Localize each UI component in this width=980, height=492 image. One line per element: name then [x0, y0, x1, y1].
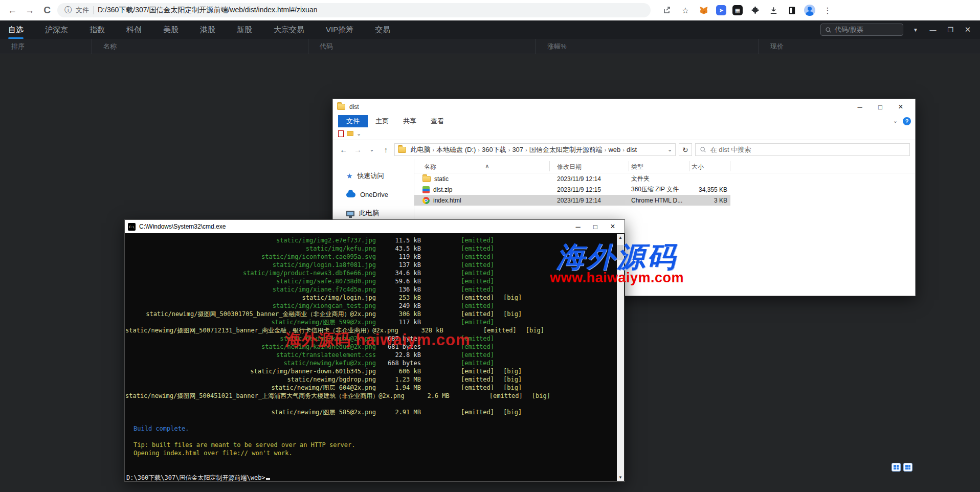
downloads-icon[interactable]: [767, 4, 779, 16]
scrollbar-thumb[interactable]: [617, 245, 623, 260]
cmd-titlebar[interactable]: C:\ C:\Windows\System32\cmd.exe ─ □ ×: [125, 220, 625, 233]
tab-大宗交易[interactable]: 大宗交易: [273, 22, 305, 38]
help-icon[interactable]: ?: [903, 117, 911, 125]
column-separator[interactable]: [730, 161, 730, 171]
console-scrollbar[interactable]: ▲ ▼: [617, 234, 624, 481]
translate-extension-icon[interactable]: ➤: [716, 5, 726, 15]
sidebar-item-label: OneDrive: [360, 191, 388, 198]
stock-search-input[interactable]: 代码/股票: [820, 24, 903, 36]
extensions-puzzle-icon[interactable]: [749, 4, 761, 16]
sidebar-item-此电脑[interactable]: 此电脑: [333, 206, 414, 221]
metamask-icon[interactable]: [698, 4, 710, 16]
table-tool-icon[interactable]: [892, 463, 901, 472]
explorer-search-input[interactable]: 在 dist 中搜索: [695, 143, 910, 156]
refresh-icon[interactable]: ↻: [679, 143, 692, 156]
customize-toolbar-icon[interactable]: ⌄: [357, 130, 361, 137]
reading-mode-icon[interactable]: [786, 4, 798, 16]
list-column-大小[interactable]: 大小: [692, 163, 704, 171]
file-row-index.html[interactable]: index.html2023/11/9 12:14Chrome HTML D..…: [414, 195, 730, 206]
floating-widget: [892, 463, 912, 472]
profile-avatar[interactable]: [804, 5, 815, 16]
console-asset-line: static/img/xiane.f7c4d5a.png 136 kB[emit…: [125, 285, 617, 294]
cmd-close-icon[interactable]: ×: [604, 221, 621, 232]
column-header-现价[interactable]: 现价: [759, 39, 979, 54]
tab-科创[interactable]: 科创: [125, 22, 143, 38]
explorer-close-icon[interactable]: ×: [890, 100, 911, 114]
cmd-maximize-icon[interactable]: □: [587, 221, 604, 232]
tab-指数[interactable]: 指数: [88, 22, 106, 38]
new-folder-icon[interactable]: [347, 131, 353, 136]
file-row-dist.zip[interactable]: dist.zip2023/11/9 12:15360压缩 ZIP 文件34,35…: [414, 184, 915, 195]
tab-VIP抢筹[interactable]: VIP抢筹: [325, 22, 354, 38]
menu-文件[interactable]: 文件: [338, 115, 368, 127]
tab-自选[interactable]: 自选: [7, 22, 25, 38]
forward-icon[interactable]: →: [23, 3, 37, 17]
list-column-类型[interactable]: 类型: [631, 163, 643, 171]
properties-icon[interactable]: [338, 130, 344, 137]
tab-美股[interactable]: 美股: [162, 22, 180, 38]
cmd-minimize-icon[interactable]: ─: [569, 221, 587, 232]
sidebar-item-快速访问[interactable]: ★快速访问: [333, 168, 414, 184]
reload-icon[interactable]: C: [40, 3, 54, 17]
breadcrumb-item[interactable]: 本地磁盘 (D:): [434, 144, 478, 155]
browser-menu-icon[interactable]: ⋮: [821, 4, 834, 16]
scroll-up-icon[interactable]: ▲: [617, 234, 624, 241]
sidebar-item-label: 快速访问: [358, 171, 384, 181]
app-close-icon[interactable]: ✕: [963, 25, 973, 34]
menu-共享[interactable]: 共享: [396, 115, 423, 127]
page-info-icon[interactable]: ⓘ: [64, 6, 72, 15]
breadcrumb-item[interactable]: 307: [510, 145, 525, 154]
explorer-titlebar[interactable]: dist ─ □ ×: [333, 99, 915, 115]
scroll-down-icon[interactable]: ▼: [617, 474, 624, 481]
column-header-排序[interactable]: 排序: [0, 39, 92, 54]
explorer-back-icon[interactable]: ←: [338, 145, 349, 154]
tab-沪深京[interactable]: 沪深京: [44, 22, 69, 38]
column-separator[interactable]: [629, 161, 629, 171]
breadcrumb-item[interactable]: 国信金太阳定制开源前端: [527, 144, 605, 155]
grid-tool-icon[interactable]: [903, 463, 912, 472]
back-icon[interactable]: ←: [5, 3, 19, 17]
explorer-minimize-icon[interactable]: ─: [850, 100, 870, 114]
column-header-代码[interactable]: 代码: [308, 39, 536, 54]
column-header-涨幅%[interactable]: 涨幅%: [536, 39, 759, 54]
breadcrumb-item[interactable]: 360下载: [480, 144, 508, 155]
tab-新股[interactable]: 新股: [236, 22, 253, 38]
list-column-修改日期[interactable]: 修改日期: [557, 163, 582, 171]
menu-查看[interactable]: 查看: [424, 115, 451, 127]
app-restore-icon[interactable]: ❐: [945, 26, 955, 34]
up-folder-icon[interactable]: ↑: [381, 145, 392, 154]
file-name: index.html: [422, 197, 545, 204]
address-bar[interactable]: ⓘ 文件 D:/360下载/307/国信金太阳定制开源前端/web/dist/i…: [57, 3, 651, 17]
tab-交易[interactable]: 交易: [374, 22, 391, 38]
file-row-static[interactable]: static2023/11/9 12:14文件夹: [414, 173, 915, 184]
url-text[interactable]: D:/360下载/307/国信金太阳定制开源前端/web/dist/index.…: [98, 6, 317, 15]
column-header-名称[interactable]: 名称: [92, 39, 308, 54]
file-date: 2023/11/9 12:14: [557, 197, 601, 204]
explorer-menubar: 文件主页共享查看⌄?: [333, 115, 915, 127]
app-minimize-icon[interactable]: —: [928, 26, 938, 34]
share-icon[interactable]: [661, 4, 673, 16]
breadcrumb-item[interactable]: web: [606, 145, 622, 154]
explorer-maximize-icon[interactable]: □: [870, 100, 890, 114]
menu-主页[interactable]: 主页: [369, 115, 395, 127]
sidebar-item-OneDrive[interactable]: OneDrive: [333, 188, 414, 202]
breadcrumb-item[interactable]: dist: [625, 145, 639, 154]
grid-extension-icon[interactable]: ▦: [732, 5, 743, 15]
bookmark-star-icon[interactable]: ☆: [679, 4, 692, 16]
tab-港股[interactable]: 港股: [199, 22, 216, 38]
file-type: 360压缩 ZIP 文件: [631, 185, 679, 194]
address-dropdown-icon[interactable]: ⌄: [667, 146, 672, 153]
explorer-breadcrumb-bar[interactable]: 此电脑›本地磁盘 (D:)›360下载›307›国信金太阳定制开源前端›web›…: [394, 143, 676, 156]
breadcrumb-item[interactable]: 此电脑: [408, 144, 432, 155]
console-asset-line: static/img/login.jpg 253 kB[emitted][big…: [125, 294, 617, 302]
column-separator[interactable]: [549, 161, 550, 171]
dropdown-arrow-icon[interactable]: ▼: [910, 27, 921, 33]
console-asset-line: static/newimg/kefu@2x.png 668 bytes[emit…: [125, 359, 617, 367]
history-dropdown-icon[interactable]: ⌄: [366, 147, 377, 152]
file-date: 2023/11/9 12:14: [557, 175, 601, 183]
toolbar-extensions: ☆ ➤ ▦ ⋮: [661, 4, 834, 16]
ribbon-collapse-icon[interactable]: ⌄: [893, 118, 898, 124]
explorer-forward-icon[interactable]: →: [352, 145, 364, 154]
list-column-名称[interactable]: 名称: [424, 163, 436, 171]
column-separator[interactable]: [689, 161, 689, 171]
